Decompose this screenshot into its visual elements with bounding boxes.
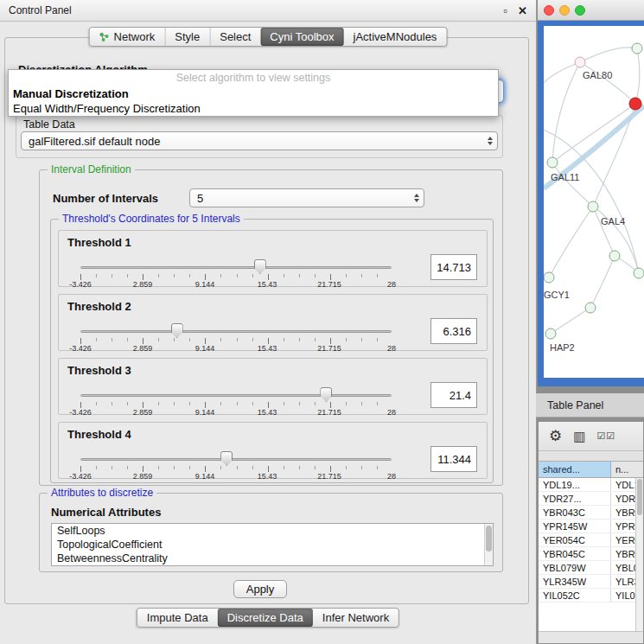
dropdown-placeholder-option[interactable]: Select algorithm to view settings xyxy=(9,70,498,86)
threshold-slider[interactable]: -3.426 2.859 9.144 15.43 21.715 28 xyxy=(80,385,392,416)
threshold-panel-1: Threshold 1 -3.426 2.859 9.144 15.43 21.… xyxy=(58,230,488,287)
table-row[interactable]: YDL19...YDL1... xyxy=(539,478,635,492)
table-cell[interactable]: YBR043C xyxy=(539,506,611,519)
threshold-value-field[interactable]: 6.316 xyxy=(430,318,477,344)
tab-style[interactable]: Style xyxy=(164,28,209,46)
threshold-value-field[interactable]: 11.344 xyxy=(430,446,477,472)
threshold-slider[interactable]: -3.426 2.859 9.144 15.43 21.715 28 xyxy=(80,321,392,352)
scale-tick-label: -3.426 xyxy=(69,472,92,481)
scrollbar-thumb[interactable] xyxy=(637,479,642,515)
network-node[interactable] xyxy=(545,328,557,340)
scale-tick-label: 28 xyxy=(387,472,396,481)
network-node[interactable] xyxy=(585,303,596,314)
float-window-icon[interactable]: ▫ xyxy=(503,5,507,16)
list-item[interactable]: SelfLoops xyxy=(52,524,493,538)
close-icon[interactable]: ✕ xyxy=(518,5,527,16)
tab-jactivemnodules[interactable]: jActiveMNodules xyxy=(344,28,447,46)
number-of-intervals-label: Number of Intervals xyxy=(53,192,158,205)
tab-cyni-toolbox[interactable]: Cyni Toolbox xyxy=(260,28,343,46)
slider-thumb[interactable] xyxy=(171,323,183,338)
table-cell[interactable]: YBR045C xyxy=(539,547,611,560)
table-vertical-scrollbar[interactable] xyxy=(635,478,643,631)
network-node[interactable] xyxy=(634,268,644,279)
table-cell[interactable]: YPR1... xyxy=(611,520,635,532)
minimize-traffic-light-icon[interactable] xyxy=(559,5,570,16)
table-horizontal-scrollbar[interactable] xyxy=(539,631,643,643)
table-cell[interactable]: YBR0... xyxy=(611,547,635,560)
tab-impute-data[interactable]: Impute Data xyxy=(137,609,218,627)
column-header-name[interactable]: n... xyxy=(611,462,643,477)
network-window-titlebar[interactable] xyxy=(538,0,644,21)
apply-button[interactable]: Apply xyxy=(233,580,287,598)
columns-icon[interactable]: ▥ xyxy=(573,430,585,443)
slider-track[interactable] xyxy=(80,330,392,333)
table-cell[interactable]: YER054C xyxy=(539,533,611,546)
table-cell[interactable]: YLR345W xyxy=(539,575,611,588)
tab-infer-network[interactable]: Infer Network xyxy=(313,609,399,627)
network-node[interactable] xyxy=(547,157,558,169)
scale-tick-label: -3.426 xyxy=(69,344,92,353)
table-cell[interactable]: YLR3... xyxy=(611,575,635,588)
scale-tick-label: 2.859 xyxy=(133,344,153,353)
network-node[interactable] xyxy=(588,201,599,213)
network-node[interactable] xyxy=(575,57,586,68)
table-data-combobox[interactable]: galFiltered.sif default node xyxy=(21,131,498,150)
table-cell[interactable]: YBL079W xyxy=(539,561,611,574)
slider-thumb[interactable] xyxy=(320,387,332,402)
table-row[interactable]: YBL079WYBL0... xyxy=(539,561,635,575)
list-scrollbar[interactable] xyxy=(484,524,493,565)
table-cell[interactable]: YDL19... xyxy=(539,478,611,491)
column-header-shared-name[interactable]: shared... xyxy=(539,462,611,477)
gear-icon[interactable]: ⚙ xyxy=(549,429,562,443)
table-row[interactable]: YIL052CYIL0... xyxy=(539,589,635,603)
table-cell[interactable]: YPR145W xyxy=(539,520,611,532)
table-row[interactable]: YER054CYER0... xyxy=(539,533,635,547)
threshold-value-field[interactable]: 21.4 xyxy=(430,382,477,408)
table-row[interactable]: YBR043CYBR0... xyxy=(539,506,635,520)
numerical-attributes-list[interactable]: SelfLoops TopologicalCoefficient Between… xyxy=(51,523,494,566)
dropdown-option-equal-width[interactable]: Equal Width/Frequency Discretization xyxy=(9,101,498,116)
slider-ticks xyxy=(80,466,392,472)
table-cell[interactable]: YBR0... xyxy=(611,506,635,519)
list-item[interactable]: BetweennessCentrality xyxy=(52,552,493,565)
slider-thumb[interactable] xyxy=(254,259,266,274)
zoom-traffic-light-icon[interactable] xyxy=(575,5,585,16)
table-row[interactable]: YPR145WYPR1... xyxy=(539,520,635,533)
scrollbar-thumb[interactable] xyxy=(486,526,492,552)
network-node[interactable] xyxy=(609,251,621,262)
list-item[interactable]: TopologicalCoefficient xyxy=(52,538,493,552)
node-label: GAL4 xyxy=(601,216,625,226)
number-of-intervals-combobox[interactable]: 5 xyxy=(189,188,424,207)
tab-discretize-data[interactable]: Discretize Data xyxy=(218,609,313,627)
slider-track[interactable] xyxy=(80,266,392,269)
table-cell[interactable]: YDL1... xyxy=(611,478,635,491)
network-node-selected[interactable] xyxy=(629,98,642,111)
threshold-slider[interactable]: -3.426 2.859 9.144 15.43 21.715 28 xyxy=(80,257,392,288)
table-cell[interactable]: YER0... xyxy=(611,533,635,546)
slider-thumb[interactable] xyxy=(220,451,233,466)
scale-tick-label: 9.144 xyxy=(195,408,215,417)
table-row[interactable]: YDR27...YDR2... xyxy=(539,492,635,506)
network-node[interactable] xyxy=(632,43,643,54)
threshold-value-field[interactable]: 14.713 xyxy=(430,254,477,280)
network-window: GAL80 GAL11 GAL4 GCY1 HAP2 xyxy=(538,0,644,386)
table-panel-header: Table Panel xyxy=(536,392,644,418)
table-cell[interactable]: YIL052C xyxy=(539,589,611,602)
dropdown-option-manual-discretization[interactable]: Manual Discretization xyxy=(9,86,498,101)
network-canvas[interactable]: GAL80 GAL11 GAL4 GCY1 HAP2 xyxy=(544,26,644,378)
table-cell[interactable]: YBL0... xyxy=(611,561,635,574)
slider-track[interactable] xyxy=(80,394,392,397)
table-cell[interactable]: YDR2... xyxy=(611,492,635,505)
table-cell[interactable]: YDR27... xyxy=(539,492,611,505)
tab-select[interactable]: Select xyxy=(209,28,260,46)
table-row[interactable]: YBR045CYBR0... xyxy=(539,547,635,561)
threshold-slider[interactable]: -3.426 2.859 9.144 15.43 21.715 28 xyxy=(80,449,392,480)
tab-network[interactable]: Network xyxy=(90,28,165,46)
select-rows-icon[interactable]: ☑☑ xyxy=(596,431,615,441)
table-row[interactable]: YLR345WYLR3... xyxy=(539,575,635,589)
table-toolbar: ⚙ ▥ ☑☑ xyxy=(539,422,643,451)
network-node[interactable] xyxy=(544,272,555,284)
slider-track[interactable] xyxy=(80,458,392,461)
table-cell[interactable]: YIL0... xyxy=(611,589,635,602)
close-traffic-light-icon[interactable] xyxy=(544,5,554,16)
